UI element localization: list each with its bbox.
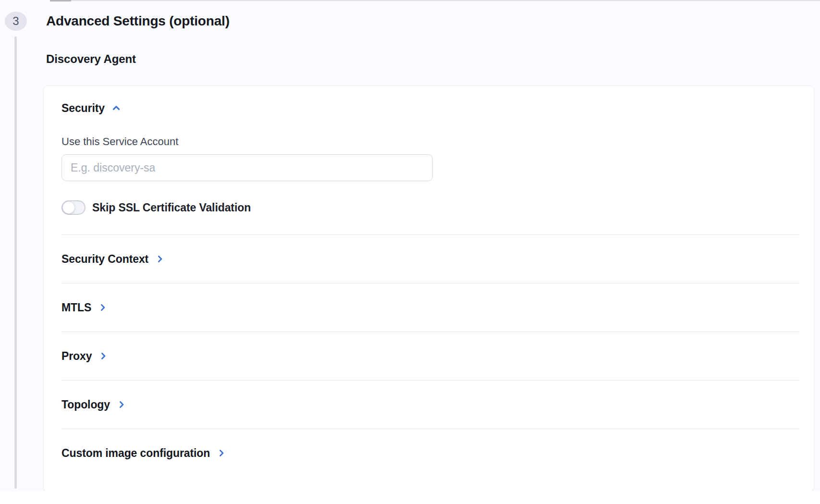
step-connector-line [14, 37, 17, 489]
chevron-right-icon[interactable] [217, 448, 226, 458]
service-account-input[interactable] [61, 154, 433, 181]
section-row-topology[interactable]: Topology [61, 381, 799, 429]
discovery-agent-heading: Discovery Agent [46, 52, 820, 66]
chevron-up-icon[interactable] [111, 103, 122, 113]
discovery-agent-card: Security Use this Service Account Skip S… [43, 86, 814, 491]
skip-ssl-toggle[interactable] [61, 200, 86, 215]
section-row-label: MTLS [61, 299, 91, 316]
section-row-label: Security Context [61, 251, 148, 267]
service-account-label: Use this Service Account [61, 135, 799, 148]
step-header: 3 Advanced Settings (optional) [0, 0, 820, 31]
section-row-mtls[interactable]: MTLS [61, 283, 799, 332]
panel-top-border-segment [50, 0, 71, 1]
toggle-knob [62, 201, 75, 214]
security-section-header[interactable]: Security [61, 101, 122, 115]
advanced-settings-panel: 3 Advanced Settings (optional) Discovery… [0, 0, 820, 491]
skip-ssl-label: Skip SSL Certificate Validation [92, 201, 251, 214]
section-row-security-context[interactable]: Security Context [61, 235, 799, 283]
section-row-label: Custom image configuration [61, 445, 210, 461]
step-number-badge: 3 [5, 12, 27, 31]
chevron-right-icon[interactable] [117, 399, 126, 410]
security-section-title: Security [61, 101, 105, 115]
section-row-label: Proxy [61, 348, 92, 364]
section-row-label: Topology [61, 396, 110, 413]
panel-top-border [50, 0, 820, 1]
chevron-right-icon[interactable] [98, 302, 108, 313]
section-row-proxy[interactable]: Proxy [61, 332, 799, 380]
chevron-right-icon[interactable] [98, 351, 108, 361]
skip-ssl-row: Skip SSL Certificate Validation [61, 200, 799, 215]
section-row-custom-image-configuration[interactable]: Custom image configuration [61, 429, 799, 477]
step-title: Advanced Settings (optional) [46, 12, 230, 31]
chevron-right-icon[interactable] [155, 254, 165, 264]
